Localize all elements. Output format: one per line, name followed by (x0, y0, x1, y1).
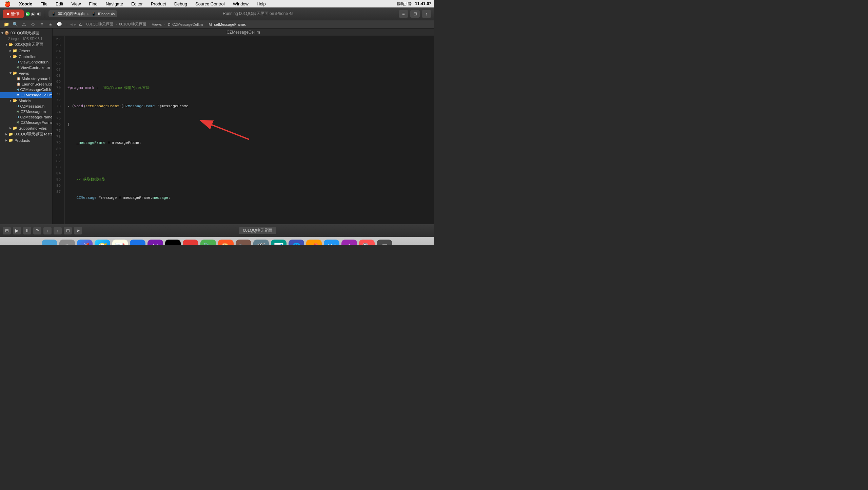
layout-btn[interactable]: ⊞ (410, 10, 420, 18)
nav-tab-debug[interactable]: ≡ (37, 21, 46, 28)
scheme-icon: 📱 (51, 12, 56, 16)
dock-misc4[interactable]: 🎬 (253, 240, 269, 245)
nav-item-products[interactable]: ▶ 📁 Products (0, 137, 52, 143)
scheme-selector[interactable]: 📱 001QQ聊天界面 ▶ 📱 iPhone 4s (48, 10, 117, 17)
nav-item-vc-m[interactable]: ▶ M ViewController.m (0, 65, 52, 70)
debug-stepout-btn[interactable]: ↑ (54, 227, 62, 234)
menubar-editor[interactable]: Editor (130, 0, 144, 7)
nav-item-project[interactable]: ▶ 📦 001QQ聊天界面 (0, 30, 52, 36)
menubar-navigate[interactable]: Navigate (104, 0, 124, 7)
nav-item-czmessagecell-h[interactable]: ▶ H CZMessageCell.h (0, 87, 52, 92)
debug-memory-btn[interactable]: ⊡ (64, 227, 72, 234)
arrow-4: › (205, 23, 206, 26)
nav-item-vc-h[interactable]: ▶ H ViewController.h (0, 59, 52, 65)
nav-tab-warning[interactable]: ⚠ (20, 21, 28, 28)
menubar-file[interactable]: File (39, 0, 49, 7)
dock-pen[interactable]: ✏ (183, 240, 198, 245)
menubar-find[interactable]: Find (87, 0, 99, 7)
dock-launchpad[interactable]: 🚀 (77, 240, 93, 245)
menubar-right: 搜狗拼音 11:41:07 (397, 1, 431, 6)
dock-onenote[interactable]: N (147, 240, 163, 245)
traffic-green[interactable]: ▶ (26, 12, 30, 16)
code-content[interactable]: 62 63 64 65 66 67 68 69 70 71 72 73 74 7… (53, 36, 434, 224)
nav-tab-breakpoint[interactable]: ◈ (46, 21, 55, 28)
code-area-wrapper[interactable]: 62 63 64 65 66 67 68 69 70 71 72 73 74 7… (53, 36, 434, 224)
nav-item-czmessagecell-m[interactable]: ▶ M CZMessageCell.m (0, 92, 52, 98)
nav-tab-report[interactable]: 💬 (55, 21, 64, 28)
nav-item-czmessageframe-h[interactable]: ▶ H CZMessageFrame.h (0, 114, 52, 120)
debug-status-text: 001QQ聊天界面 (243, 228, 273, 233)
debug-stepin-btn[interactable]: ↓ (43, 227, 52, 234)
nav-item-launch-xib[interactable]: ▶ 📋 LaunchScreen.xib (0, 81, 52, 87)
menubar-debug[interactable]: Debug (173, 0, 189, 7)
menubar-help[interactable]: Help (255, 0, 267, 7)
nav-item-czmessageframe-m[interactable]: ▶ M CZMessageFrame.m (0, 120, 52, 125)
nav-item-supporting[interactable]: ▶ 📁 Supporting Files (0, 125, 52, 131)
code-line-70: CZMessage *message = messageFrame.messag… (67, 195, 431, 201)
menubar-edit[interactable]: Edit (54, 0, 64, 7)
apple-menu[interactable]: 🍎 (3, 0, 12, 7)
dock-xcode[interactable]: X (130, 240, 145, 245)
nav-tab-folder[interactable]: 📁 (2, 21, 11, 28)
dock-misc11[interactable]: 🖥 (377, 240, 392, 245)
debug-views-btn[interactable]: ⊞ (3, 227, 11, 234)
menubar-source-control[interactable]: Source Control (194, 0, 226, 7)
dock-notes[interactable]: 📝 (112, 240, 128, 245)
menubar-product[interactable]: Product (150, 0, 167, 7)
nav-item-views[interactable]: ▶ 📂 Views (0, 70, 52, 76)
debug-play-btn[interactable]: ▶ (13, 227, 21, 234)
nav-tab-test[interactable]: ◇ (28, 21, 37, 28)
traffic-build[interactable]: ▶ (32, 12, 36, 16)
nav-item-group[interactable]: ▶ 📂 001QQ聊天界面 (0, 41, 52, 48)
menubar-xcode[interactable]: Xcode (18, 0, 34, 7)
traffic-stop[interactable]: ■ (37, 12, 41, 16)
nav-item-czmessage-m[interactable]: ▶ M CZMessage.m (0, 109, 52, 114)
debug-pause-btn[interactable]: ⏸ (23, 227, 31, 234)
folder-icon-controllers: 📂 (13, 54, 17, 59)
dock-misc1[interactable]: 📎 (200, 240, 216, 245)
toolbar-right: ≡ ⊞ ↕ (399, 10, 431, 18)
breadcrumb-file[interactable]: 🗒 CZMessageCell.m (166, 22, 204, 26)
nav-forward[interactable]: ▶ (74, 23, 76, 26)
dock-misc9[interactable]: A (341, 240, 357, 245)
prop-70: message (153, 195, 168, 201)
ln-62: 62 (53, 36, 62, 42)
nav-tab-search[interactable]: 🔍 (11, 21, 20, 28)
dock-misc6[interactable]: 🌐 (289, 240, 304, 245)
breadcrumb-views[interactable]: Views (151, 22, 163, 26)
dock-terminal[interactable]: >_ (165, 240, 181, 245)
menubar-window[interactable]: Window (232, 0, 250, 7)
dock-misc8[interactable]: W (324, 240, 339, 245)
vc-m-label: ViewController.m (21, 65, 50, 70)
nav-item-tests[interactable]: ▶ 📁 001QQ聊天界面Tests (0, 131, 52, 137)
nav-item-czmessage-h[interactable]: ▶ H CZMessage.h (0, 103, 52, 109)
breadcrumb-method[interactable]: M -setMessageFrame: (208, 22, 247, 26)
dock-misc10[interactable]: 🔍 (359, 240, 375, 245)
code-line-66: { (67, 121, 431, 128)
ln-72: 72 (53, 97, 62, 103)
triangle-supporting: ▶ (9, 127, 12, 130)
debug-location-btn[interactable]: ➤ (74, 227, 82, 234)
folder-icon-group: 📂 (8, 42, 13, 47)
nav-item-main-storyboard[interactable]: ▶ 📋 Main.storyboard (0, 76, 52, 81)
nav-back[interactable]: ◀ (70, 23, 73, 26)
nav-item-controllers[interactable]: ▶ 📂 Controllers (0, 54, 52, 59)
split-btn[interactable]: ↕ (422, 10, 431, 18)
breadcrumb-folder[interactable]: 001QQ聊天界面 (118, 22, 147, 27)
dock-safari[interactable]: 🧭 (95, 240, 110, 245)
debug-stepover-btn[interactable]: ↷ (33, 227, 41, 234)
dock-misc7[interactable]: 📌 (306, 240, 322, 245)
stop-button[interactable]: ■ 暂停 (3, 10, 24, 18)
dock-misc2[interactable]: 🎨 (218, 240, 234, 245)
nav-item-others[interactable]: ▶ 📁 Others (0, 48, 52, 54)
breadcrumb-project[interactable]: 001QQ聊天界面 (85, 22, 114, 27)
dock-misc5[interactable]: 📊 (271, 240, 287, 245)
dock-finder[interactable]: 🗂 (42, 240, 57, 245)
view-toggle-btn[interactable]: ≡ (399, 10, 408, 18)
menubar-view[interactable]: View (70, 0, 82, 7)
dock-misc3[interactable]: 📷 (236, 240, 251, 245)
star-70: * (97, 195, 101, 201)
dock-settings[interactable]: ⚙ (59, 240, 75, 245)
ln-82: 82 (53, 158, 62, 164)
nav-item-models[interactable]: ▶ 📂 Models (0, 98, 52, 103)
